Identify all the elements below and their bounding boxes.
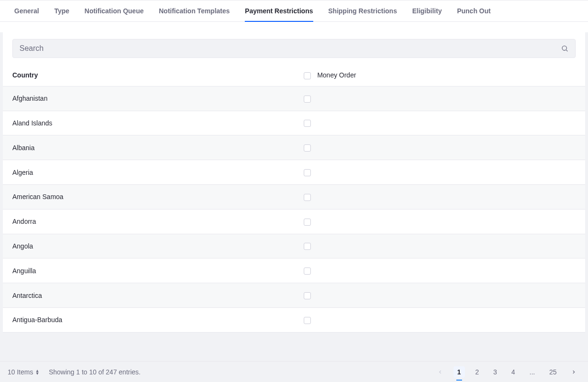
tab-label: Notification Queue (85, 7, 144, 15)
money-order-checkbox[interactable] (304, 120, 311, 127)
svg-line-1 (566, 50, 568, 51)
search-input[interactable] (19, 44, 561, 53)
select-all-money-order-checkbox[interactable] (304, 72, 311, 79)
pager-page-1[interactable]: 1 (453, 366, 465, 378)
country-cell: American Samoa (12, 193, 63, 201)
chevron-right-icon (571, 369, 577, 375)
country-cell: Algeria (12, 169, 33, 176)
money-order-checkbox[interactable] (304, 96, 311, 103)
pager-page-3[interactable]: 3 (490, 366, 501, 378)
table-row: American Samoa (3, 184, 585, 209)
tab-general[interactable]: General (7, 0, 47, 21)
pager-next-button[interactable] (567, 366, 580, 378)
table-row: Anguilla (3, 258, 585, 283)
column-header-money-order: Money Order (317, 71, 356, 79)
pager-prev-button[interactable] (434, 366, 447, 378)
money-order-checkbox[interactable] (304, 169, 311, 176)
money-order-checkbox[interactable] (304, 267, 311, 275)
table-row: Antarctica (3, 283, 585, 308)
country-cell: Albania (12, 144, 35, 152)
country-cell: Afghanistan (12, 95, 48, 102)
table-row: Andorra (3, 209, 585, 234)
tab-label: Type (54, 7, 69, 15)
money-order-checkbox[interactable] (304, 317, 311, 324)
items-per-page-selector[interactable]: 10 Items ▴▾ (8, 368, 39, 376)
country-cell: Angola (12, 242, 33, 250)
main-panel: Country Money Order AfghanistanAland Isl… (3, 32, 585, 333)
country-table: Country Money Order AfghanistanAland Isl… (3, 65, 585, 333)
items-per-page-label: 10 Items (8, 368, 33, 376)
money-order-checkbox[interactable] (304, 194, 311, 201)
search-icon[interactable] (561, 45, 569, 52)
money-order-checkbox[interactable] (304, 144, 311, 152)
money-order-checkbox[interactable] (304, 243, 311, 250)
column-header-country: Country (12, 71, 38, 79)
pager-page-4[interactable]: 4 (508, 366, 519, 378)
tab-label: Eligibility (412, 7, 442, 15)
table-row: Algeria (3, 160, 585, 185)
tab-notification-queue[interactable]: Notification Queue (77, 0, 151, 21)
chevron-left-icon (437, 369, 443, 375)
pagination-bar: 10 Items ▴▾ Showing 1 to 10 of 247 entri… (0, 361, 588, 382)
table-row: Aland Islands (3, 111, 585, 135)
tab-punch-out[interactable]: Punch Out (449, 0, 498, 21)
country-cell: Antarctica (12, 292, 42, 299)
tab-label: Punch Out (457, 7, 491, 15)
table-row: Afghanistan (3, 86, 585, 111)
table-row: Antigua-Barbuda (3, 307, 585, 332)
tab-shipping-restrictions[interactable]: Shipping Restrictions (321, 0, 405, 21)
table-row: Angola (3, 234, 585, 258)
sort-icon: ▴▾ (36, 369, 39, 375)
tab-label: Payment Restrictions (245, 7, 313, 15)
country-cell: Andorra (12, 218, 36, 225)
table-row: Albania (3, 135, 585, 160)
pager-ellipsis: ... (526, 368, 539, 376)
tab-payment-restrictions[interactable]: Payment Restrictions (237, 0, 320, 21)
tab-label: Shipping Restrictions (328, 7, 397, 15)
svg-point-0 (562, 46, 567, 50)
pager: 1234...25 (434, 366, 580, 378)
tabs-bar: GeneralTypeNotification QueueNotificatio… (0, 0, 588, 22)
country-cell: Aland Islands (12, 119, 52, 127)
tab-label: Notification Templates (159, 7, 230, 15)
money-order-checkbox[interactable] (304, 292, 311, 299)
money-order-checkbox[interactable] (304, 219, 311, 226)
tab-label: General (14, 7, 39, 15)
search-container (12, 39, 576, 58)
pager-page-25[interactable]: 25 (545, 366, 560, 378)
country-cell: Anguilla (12, 267, 36, 275)
tab-eligibility[interactable]: Eligibility (405, 0, 449, 21)
country-cell: Antigua-Barbuda (12, 316, 62, 324)
showing-entries-text: Showing 1 to 10 of 247 entries. (49, 368, 141, 376)
pager-page-2[interactable]: 2 (472, 366, 483, 378)
tab-notification-templates[interactable]: Notification Templates (151, 0, 237, 21)
tab-type[interactable]: Type (47, 0, 77, 21)
